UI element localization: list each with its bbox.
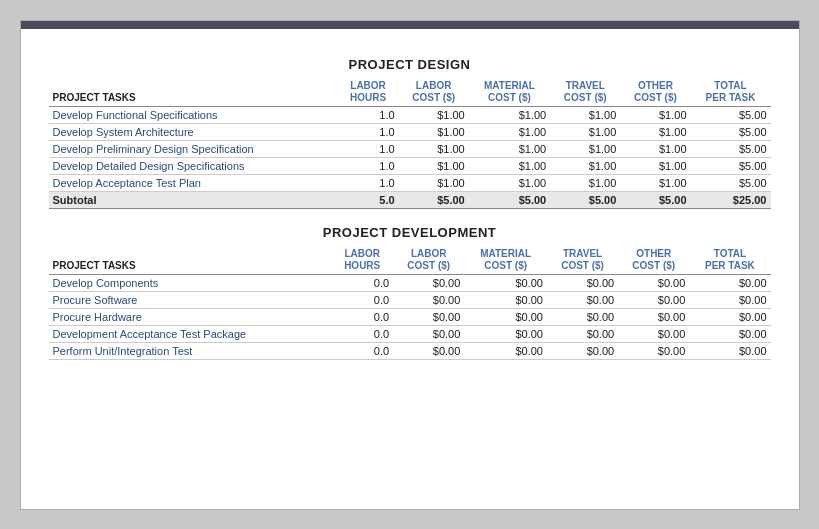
- table-row: Procure Hardware0.0$0.00$0.00$0.00$0.00$…: [49, 308, 771, 325]
- cell-1-4-3: $0.00: [464, 342, 547, 359]
- cell-1-0-0: Develop Components: [49, 274, 332, 291]
- subtotal-cell-0-0: Subtotal: [49, 191, 338, 208]
- top-accent-bar: [21, 21, 799, 29]
- col-header-0-4: TRAVELCOST ($): [550, 78, 620, 107]
- cell-0-2-6: $5.00: [691, 140, 771, 157]
- cell-1-2-1: 0.0: [331, 308, 393, 325]
- cell-1-0-6: $0.00: [689, 274, 770, 291]
- cell-0-4-3: $1.00: [469, 174, 550, 191]
- cell-1-1-4: $0.00: [547, 291, 618, 308]
- cell-0-4-2: $1.00: [399, 174, 469, 191]
- col-header-1-5: OTHERCOST ($): [618, 246, 689, 275]
- subtotal-cell-0-4: $5.00: [550, 191, 620, 208]
- subtotal-row-0: Subtotal5.0$5.00$5.00$5.00$5.00$25.00: [49, 191, 771, 208]
- cell-0-3-0: Develop Detailed Design Specifications: [49, 157, 338, 174]
- cell-1-4-4: $0.00: [547, 342, 618, 359]
- cell-0-4-5: $1.00: [620, 174, 690, 191]
- col-header-1-3: MATERIALCOST ($): [464, 246, 547, 275]
- cell-1-2-4: $0.00: [547, 308, 618, 325]
- cell-1-1-0: Procure Software: [49, 291, 332, 308]
- cell-0-3-2: $1.00: [399, 157, 469, 174]
- table-row: Procure Software0.0$0.00$0.00$0.00$0.00$…: [49, 291, 771, 308]
- cell-0-2-1: 1.0: [338, 140, 399, 157]
- col-header-1-1: LABORHOURS: [331, 246, 393, 275]
- cell-1-3-3: $0.00: [464, 325, 547, 342]
- table-row: Develop System Architecture1.0$1.00$1.00…: [49, 123, 771, 140]
- table-row: Development Acceptance Test Package0.0$0…: [49, 325, 771, 342]
- table-row: Develop Acceptance Test Plan1.0$1.00$1.0…: [49, 174, 771, 191]
- cell-0-3-1: 1.0: [338, 157, 399, 174]
- section-header-0: PROJECT DESIGN: [21, 53, 799, 76]
- cell-0-0-1: 1.0: [338, 106, 399, 123]
- cell-1-0-1: 0.0: [331, 274, 393, 291]
- cell-1-4-0: Perform Unit/Integration Test: [49, 342, 332, 359]
- cell-1-3-0: Development Acceptance Test Package: [49, 325, 332, 342]
- cell-1-0-2: $0.00: [393, 274, 464, 291]
- col-header-0-6: TOTALPER TASK: [691, 78, 771, 107]
- cell-0-2-2: $1.00: [399, 140, 469, 157]
- col-header-0-5: OTHERCOST ($): [620, 78, 690, 107]
- table-row: Develop Detailed Design Specifications1.…: [49, 157, 771, 174]
- cell-0-0-4: $1.00: [550, 106, 620, 123]
- subtotal-cell-0-1: 5.0: [338, 191, 399, 208]
- col-header-0-0: PROJECT TASKS: [49, 78, 338, 107]
- col-header-1-6: TOTALPER TASK: [689, 246, 770, 275]
- subtotal-cell-0-3: $5.00: [469, 191, 550, 208]
- cell-1-3-1: 0.0: [331, 325, 393, 342]
- cell-0-2-0: Develop Preliminary Design Specification: [49, 140, 338, 157]
- cell-0-3-3: $1.00: [469, 157, 550, 174]
- col-header-1-2: LABORCOST ($): [393, 246, 464, 275]
- table-row: Develop Components0.0$0.00$0.00$0.00$0.0…: [49, 274, 771, 291]
- col-header-0-2: LABORCOST ($): [399, 78, 469, 107]
- cell-0-4-0: Develop Acceptance Test Plan: [49, 174, 338, 191]
- cell-1-1-1: 0.0: [331, 291, 393, 308]
- cell-0-1-3: $1.00: [469, 123, 550, 140]
- cell-1-2-3: $0.00: [464, 308, 547, 325]
- cell-0-1-2: $1.00: [399, 123, 469, 140]
- cell-1-1-2: $0.00: [393, 291, 464, 308]
- cell-0-0-5: $1.00: [620, 106, 690, 123]
- cell-0-3-5: $1.00: [620, 157, 690, 174]
- cell-0-1-0: Develop System Architecture: [49, 123, 338, 140]
- cell-1-2-2: $0.00: [393, 308, 464, 325]
- cell-1-1-5: $0.00: [618, 291, 689, 308]
- cell-1-3-4: $0.00: [547, 325, 618, 342]
- cell-0-2-5: $1.00: [620, 140, 690, 157]
- cell-0-4-1: 1.0: [338, 174, 399, 191]
- subtotal-cell-0-6: $25.00: [691, 191, 771, 208]
- cell-1-0-5: $0.00: [618, 274, 689, 291]
- cell-0-4-4: $1.00: [550, 174, 620, 191]
- cell-1-3-2: $0.00: [393, 325, 464, 342]
- table-row: Perform Unit/Integration Test0.0$0.00$0.…: [49, 342, 771, 359]
- budget-table-0: PROJECT TASKSLABORHOURSLABORCOST ($)MATE…: [49, 78, 771, 209]
- cell-0-2-4: $1.00: [550, 140, 620, 157]
- table-row: Develop Functional Specifications1.0$1.0…: [49, 106, 771, 123]
- cell-0-1-5: $1.00: [620, 123, 690, 140]
- cell-0-0-6: $5.00: [691, 106, 771, 123]
- subtotal-cell-0-5: $5.00: [620, 191, 690, 208]
- cell-1-2-6: $0.00: [689, 308, 770, 325]
- cell-1-3-6: $0.00: [689, 325, 770, 342]
- cell-0-0-2: $1.00: [399, 106, 469, 123]
- col-header-0-1: LABORHOURS: [338, 78, 399, 107]
- cell-0-1-4: $1.00: [550, 123, 620, 140]
- cell-1-2-0: Procure Hardware: [49, 308, 332, 325]
- cell-0-0-3: $1.00: [469, 106, 550, 123]
- cell-1-1-3: $0.00: [464, 291, 547, 308]
- cell-1-4-1: 0.0: [331, 342, 393, 359]
- cell-1-0-4: $0.00: [547, 274, 618, 291]
- cell-0-3-6: $5.00: [691, 157, 771, 174]
- cell-0-4-6: $5.00: [691, 174, 771, 191]
- cell-0-2-3: $1.00: [469, 140, 550, 157]
- cell-1-3-5: $0.00: [618, 325, 689, 342]
- cell-0-0-0: Develop Functional Specifications: [49, 106, 338, 123]
- col-header-1-0: PROJECT TASKS: [49, 246, 332, 275]
- budget-table-1: PROJECT TASKSLABORHOURSLABORCOST ($)MATE…: [49, 246, 771, 360]
- col-header-1-4: TRAVELCOST ($): [547, 246, 618, 275]
- cell-1-1-6: $0.00: [689, 291, 770, 308]
- cell-1-4-2: $0.00: [393, 342, 464, 359]
- subtotal-cell-0-2: $5.00: [399, 191, 469, 208]
- table-row: Develop Preliminary Design Specification…: [49, 140, 771, 157]
- col-header-0-3: MATERIALCOST ($): [469, 78, 550, 107]
- cell-1-4-5: $0.00: [618, 342, 689, 359]
